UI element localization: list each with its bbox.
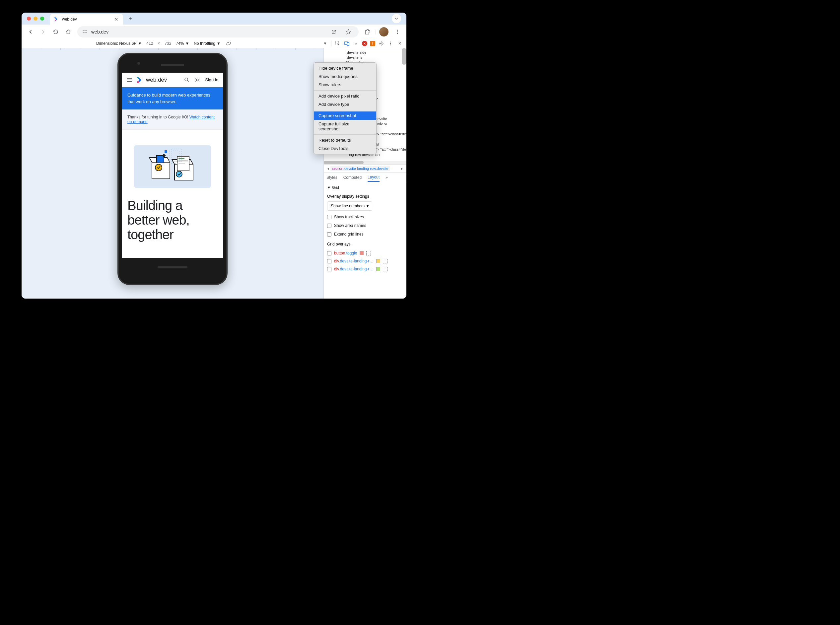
svg-rect-4 — [85, 33, 87, 33]
settings-gear-icon[interactable] — [378, 40, 384, 47]
tab-search-button[interactable] — [392, 14, 401, 23]
maximize-window-button[interactable] — [40, 17, 44, 20]
svg-rect-3 — [82, 33, 85, 33]
site-info-icon[interactable] — [82, 29, 88, 35]
svg-point-31 — [176, 171, 182, 177]
tab-styles[interactable]: Styles — [327, 173, 338, 182]
breadcrumb-left-arrow[interactable]: ◂ — [326, 166, 330, 171]
device-toggle-icon[interactable] — [343, 40, 350, 47]
svg-rect-20 — [152, 162, 170, 179]
throttling-select[interactable]: No throttling ▼ — [194, 41, 221, 46]
menu-item[interactable]: Show rulers — [314, 81, 376, 89]
hero-illustration — [134, 145, 211, 188]
device-dimensions-select[interactable]: Dimensions: Nexus 6P ▼ — [96, 41, 142, 46]
device-height[interactable]: 732 — [165, 41, 171, 46]
dimension-separator: × — [157, 41, 160, 46]
profile-avatar[interactable] — [379, 27, 389, 36]
line-numbers-select[interactable]: Show line numbers ▾ — [327, 201, 372, 211]
url-text: web.dev — [91, 29, 325, 34]
menu-item[interactable]: Reset to defaults — [314, 136, 376, 144]
device-width[interactable]: 412 — [146, 41, 153, 46]
grid-checkbox[interactable]: Show area names — [327, 221, 403, 230]
svg-rect-30 — [179, 163, 185, 163]
styles-subtabs: Styles Computed Layout » — [324, 173, 406, 182]
blue-banner: Guidance to build modern web experiences… — [122, 87, 223, 109]
svg-point-7 — [397, 33, 398, 34]
menu-item[interactable]: Add device type — [314, 100, 376, 109]
minimize-window-button[interactable] — [34, 17, 37, 20]
reload-button[interactable] — [50, 26, 61, 37]
tab-layout[interactable]: Layout — [367, 173, 380, 182]
extensions-icon[interactable] — [362, 26, 373, 37]
menu-item[interactable]: Capture full size screenshot — [314, 120, 376, 133]
svg-point-15 — [390, 44, 391, 45]
site-logo[interactable]: web.dev — [137, 76, 167, 84]
inspect-element-icon[interactable] — [334, 40, 341, 47]
menu-item[interactable]: Capture screenshot — [314, 112, 376, 120]
theme-toggle-icon[interactable] — [194, 77, 201, 83]
more-options-dropdown[interactable]: ▼ — [322, 40, 328, 47]
grid-overlay-row[interactable]: div.devsite-landing-r… — [327, 257, 403, 265]
grid-panel: ▼ Grid Overlay display settings Show lin… — [324, 182, 406, 275]
tab-favicon — [54, 17, 59, 22]
close-window-button[interactable] — [27, 17, 31, 20]
close-tab-button[interactable]: ✕ — [114, 17, 119, 22]
device-screen[interactable]: web.dev Sign in Guidance to build modern… — [122, 73, 223, 258]
forward-button[interactable] — [37, 26, 49, 37]
grid-overlay-row[interactable]: button.toggle — [327, 249, 403, 257]
address-bar: web.dev | — [22, 25, 406, 39]
share-icon[interactable] — [328, 26, 339, 37]
vertical-scrollbar[interactable] — [402, 48, 406, 65]
more-subtabs-icon[interactable]: » — [386, 173, 388, 182]
new-tab-button[interactable]: + — [126, 14, 135, 23]
zoom-select[interactable]: 74% ▼ — [176, 41, 189, 46]
devtools-menu-icon[interactable] — [387, 40, 394, 47]
io-banner: Thanks for tuning in to Google I/O! Watc… — [122, 109, 223, 130]
chrome-menu-icon[interactable] — [392, 26, 403, 37]
grid-overlay-row[interactable]: div.devsite-landing-r… — [327, 265, 403, 273]
menu-item[interactable]: Show media queries — [314, 72, 376, 81]
signin-button[interactable]: Sign in — [205, 77, 218, 82]
warning-badge[interactable]: ! — [370, 41, 375, 46]
svg-point-16 — [137, 81, 139, 83]
close-devtools-icon[interactable]: ✕ — [397, 40, 403, 47]
tab-bar: web.dev ✕ + — [22, 12, 406, 25]
more-tabs-icon[interactable]: » — [353, 40, 359, 47]
svg-rect-23 — [165, 150, 167, 153]
svg-point-17 — [138, 77, 139, 78]
search-icon[interactable] — [184, 77, 190, 83]
device-toolbar: Dimensions: Nexus 6P ▼ 412 × 732 74% ▼ N… — [22, 39, 406, 48]
grid-section-header[interactable]: ▼ Grid — [327, 184, 403, 191]
grid-checkbox[interactable]: Show track sizes — [327, 213, 403, 221]
svg-point-19 — [196, 79, 198, 81]
overlay-settings-title: Overlay display settings — [327, 191, 403, 201]
hamburger-menu-icon[interactable] — [127, 78, 132, 82]
grid-checkbox[interactable]: Extend grid lines — [327, 230, 403, 238]
breadcrumb-right-arrow[interactable]: ▸ — [400, 166, 404, 171]
svg-point-6 — [397, 31, 398, 32]
rotate-icon[interactable] — [225, 40, 232, 47]
bookmark-icon[interactable] — [343, 26, 354, 37]
tab-title: web.dev — [62, 17, 111, 22]
tab-computed[interactable]: Computed — [343, 173, 362, 182]
menu-item[interactable]: Hide device frame — [314, 64, 376, 72]
hero-title: Building a better web, together — [122, 198, 223, 242]
grid-overlays-title: Grid overlays — [327, 238, 403, 249]
omnibox[interactable]: web.dev — [77, 26, 359, 37]
svg-rect-2 — [85, 31, 87, 31]
svg-point-5 — [397, 30, 398, 31]
back-button[interactable] — [25, 26, 36, 37]
device-frame: web.dev Sign in Guidance to build modern… — [117, 53, 227, 285]
site-logo-text: web.dev — [146, 77, 167, 83]
horizontal-scrollbar[interactable] — [324, 161, 406, 164]
error-badge[interactable]: ✕ — [362, 41, 367, 46]
device-viewport: web.dev Sign in Guidance to build modern… — [22, 48, 324, 299]
svg-rect-28 — [179, 160, 188, 161]
menu-item[interactable]: Close DevTools — [314, 144, 376, 152]
menu-item[interactable]: Add device pixel ratio — [314, 92, 376, 100]
elements-breadcrumb[interactable]: ◂ section.devsite-landing-row.devsite ▸ — [324, 164, 406, 173]
svg-rect-21 — [157, 155, 164, 163]
home-button[interactable] — [63, 26, 74, 37]
browser-tab[interactable]: web.dev ✕ — [50, 14, 123, 25]
svg-point-13 — [390, 42, 391, 42]
